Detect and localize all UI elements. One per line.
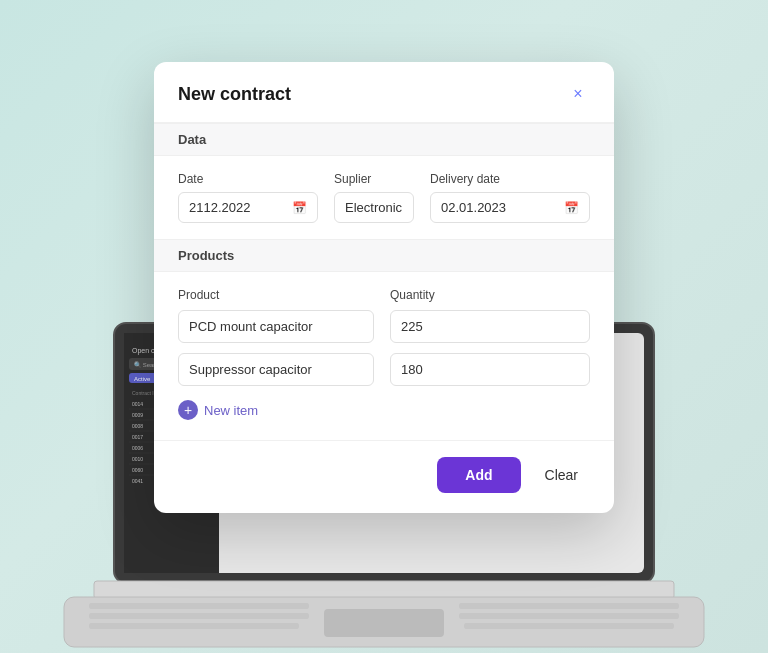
svg-rect-4 <box>324 609 444 637</box>
product-row-2 <box>178 353 590 386</box>
products-columns-header: Product Quantity <box>178 288 590 302</box>
svg-text:0010: 0010 <box>132 456 143 462</box>
svg-rect-8 <box>459 603 679 609</box>
new-item-button[interactable]: + New item <box>178 396 258 424</box>
quantity-column-label: Quantity <box>390 288 590 302</box>
delivery-calendar-icon: 📅 <box>564 201 579 215</box>
supplier-input[interactable] <box>345 200 403 215</box>
new-item-plus-icon: + <box>178 400 198 420</box>
modal-title: New contract <box>178 84 291 105</box>
svg-rect-5 <box>89 603 309 609</box>
delivery-date-group: Delivery date 📅 <box>430 172 590 223</box>
data-section-header: Data <box>154 123 614 156</box>
data-section: Data Date 📅 Suplier Deliver <box>154 123 614 239</box>
product-input-2[interactable] <box>178 353 374 386</box>
date-label: Date <box>178 172 318 186</box>
data-form-row: Date 📅 Suplier Delivery date <box>178 172 590 223</box>
svg-text:0014: 0014 <box>132 401 143 407</box>
svg-rect-3 <box>64 597 704 647</box>
quantity-input-1[interactable] <box>390 310 590 343</box>
product-input-1[interactable] <box>178 310 374 343</box>
delivery-date-label: Delivery date <box>430 172 590 186</box>
new-item-label: New item <box>204 403 258 418</box>
svg-rect-2 <box>94 581 674 599</box>
delivery-date-input-wrapper: 📅 <box>430 192 590 223</box>
svg-rect-7 <box>89 623 299 629</box>
product-column-label: Product <box>178 288 374 302</box>
close-button[interactable]: × <box>566 82 590 106</box>
svg-text:0060: 0060 <box>132 467 143 473</box>
product-row-1 <box>178 310 590 343</box>
products-section-body: Product Quantity + New item <box>154 272 614 440</box>
quantity-input-2[interactable] <box>390 353 590 386</box>
modal-header: New contract × <box>154 62 614 123</box>
delivery-date-input[interactable] <box>441 200 558 215</box>
svg-text:0017: 0017 <box>132 434 143 440</box>
add-button[interactable]: Add <box>437 457 520 493</box>
modal-footer: Add Clear <box>154 440 614 513</box>
date-input-wrapper: 📅 <box>178 192 318 223</box>
supplier-group: Suplier <box>334 172 414 223</box>
svg-text:0008: 0008 <box>132 423 143 429</box>
date-input[interactable] <box>189 200 286 215</box>
svg-text:0006: 0006 <box>132 445 143 451</box>
date-group: Date 📅 <box>178 172 318 223</box>
products-section-header: Products <box>154 239 614 272</box>
supplier-label: Suplier <box>334 172 414 186</box>
products-section: Products Product Quantity + New item <box>154 239 614 440</box>
calendar-icon: 📅 <box>292 201 307 215</box>
supplier-input-wrapper <box>334 192 414 223</box>
clear-button[interactable]: Clear <box>533 457 590 493</box>
svg-text:0009: 0009 <box>132 412 143 418</box>
svg-text:Active: Active <box>134 376 151 382</box>
new-contract-modal: New contract × Data Date 📅 Suplier <box>154 62 614 513</box>
svg-text:0041: 0041 <box>132 478 143 484</box>
svg-rect-6 <box>89 613 309 619</box>
svg-rect-10 <box>464 623 674 629</box>
data-section-body: Date 📅 Suplier Delivery date <box>154 156 614 239</box>
svg-rect-9 <box>459 613 679 619</box>
